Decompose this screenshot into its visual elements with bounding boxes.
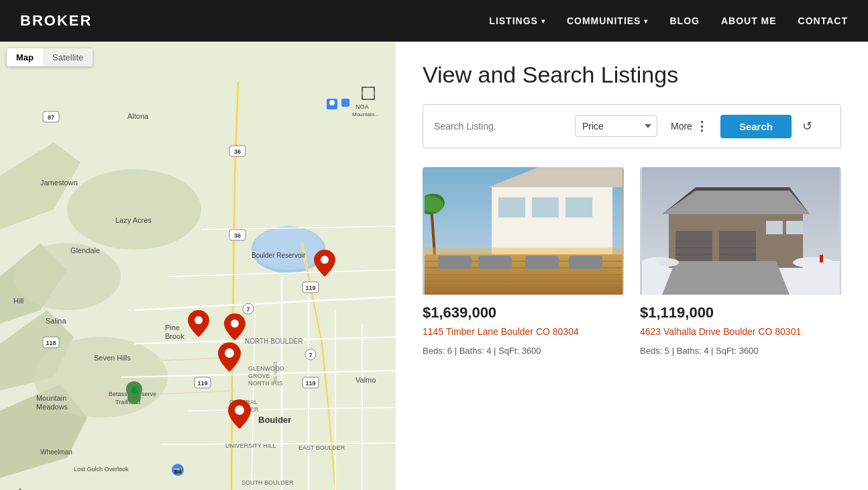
svg-rect-129 (766, 221, 783, 234)
more-dots-icon: ⋮ (696, 119, 707, 134)
main-layout: Map Satellite (0, 42, 868, 490)
svg-text:Altona: Altona (127, 112, 149, 120)
svg-text:36: 36 (234, 148, 241, 155)
svg-text:Mountain: Mountain (36, 394, 66, 402)
listing-info: $1,639,000 1145 Timber Lane Boulder CO 8… (423, 295, 624, 362)
listing-info: $1,119,000 4623 Valhalla Drive Boulder C… (640, 295, 841, 362)
listing-price: $1,639,000 (423, 304, 624, 322)
svg-point-87 (321, 256, 329, 264)
search-button[interactable]: Search (720, 115, 792, 138)
svg-text:Glendale: Glendale (70, 246, 100, 254)
listing-address: 4623 Valhalla Drive Boulder CO 80301 (640, 326, 841, 339)
svg-rect-99 (532, 197, 559, 217)
svg-rect-109 (569, 256, 602, 269)
svg-text:87: 87 (48, 114, 54, 121)
page-title: View and Search Listings (423, 62, 841, 88)
svg-text:Valmo: Valmo (356, 376, 376, 384)
chevron-down-icon: ▾ (644, 17, 648, 25)
svg-marker-131 (662, 261, 790, 295)
map-panel: Map Satellite (0, 42, 396, 490)
listing-image (640, 167, 841, 295)
more-button[interactable]: More ⋮ (664, 114, 714, 138)
svg-rect-108 (525, 256, 559, 269)
svg-text:7: 7 (246, 306, 250, 313)
svg-point-133 (793, 257, 833, 268)
svg-rect-100 (565, 197, 592, 217)
svg-text:7: 7 (309, 352, 312, 358)
svg-point-80 (329, 100, 335, 105)
svg-point-6 (67, 169, 201, 250)
listing-details: Beds: 6 | Baths: 4 | SqFt: 3600 (423, 346, 624, 356)
nav-contact[interactable]: CONTACT (798, 15, 848, 26)
reset-button[interactable]: ↺ (798, 116, 816, 136)
svg-text:GROVE: GROVE (248, 373, 270, 379)
listings-grid: $1,639,000 1145 Timber Lane Boulder CO 8… (423, 167, 841, 362)
svg-text:Seven Hills: Seven Hills (94, 354, 131, 362)
nav-communities[interactable]: COMMUNITIES ▾ (567, 15, 649, 26)
listing-card[interactable]: $1,639,000 1145 Timber Lane Boulder CO 8… (423, 167, 624, 362)
svg-text:119: 119 (305, 380, 315, 387)
svg-rect-106 (438, 256, 472, 269)
svg-text:119: 119 (197, 380, 207, 387)
svg-text:📷: 📷 (174, 466, 182, 475)
listing-details: Beds: 5 | Baths: 4 | SqFt: 3600 (640, 346, 841, 356)
map-view-toggle: Map Satellite (7, 48, 93, 66)
svg-rect-81 (341, 99, 349, 107)
logo: BROKER (20, 12, 92, 30)
svg-point-9 (254, 227, 323, 270)
svg-point-89 (231, 320, 239, 328)
nav-blog[interactable]: BLOG (669, 15, 699, 26)
svg-rect-113 (425, 248, 622, 254)
svg-text:Mountain...: Mountain... (352, 111, 379, 117)
right-panel: View and Search Listings Price Under $50… (396, 42, 868, 490)
svg-rect-107 (478, 256, 512, 269)
price-select[interactable]: Price Under $500k $500k-$1M $1M-$2M Over… (575, 115, 657, 137)
listing-price: $1,119,000 (640, 304, 841, 322)
map-svg: 87 36 36 7 119 119 119 7 118 Jamestown L… (0, 42, 396, 490)
svg-text:Lost Gulch Overlook: Lost Gulch Overlook (74, 466, 129, 473)
svg-point-90 (225, 348, 234, 358)
svg-text:Wheelman: Wheelman (40, 448, 72, 456)
svg-text:Jamestown: Jamestown (40, 179, 78, 187)
svg-text:NOA: NOA (356, 103, 369, 110)
svg-text:119: 119 (305, 285, 315, 291)
svg-text:EAST BOULDER: EAST BOULDER (299, 444, 345, 451)
nav: LISTINGS ▾ COMMUNITIES ▾ BLOG ABOUT ME C… (489, 15, 848, 26)
svg-text:198th St: 198th St (272, 361, 278, 382)
nav-listings[interactable]: LISTINGS ▾ (489, 15, 545, 26)
svg-text:NORTH BOULDER: NORTH BOULDER (245, 338, 303, 345)
svg-text:Salina: Salina (46, 317, 66, 325)
nav-about[interactable]: ABOUT ME (721, 15, 777, 26)
listing-address: 1145 Timber Lane Boulder CO 80304 (423, 326, 624, 339)
svg-text:118: 118 (46, 340, 56, 346)
header: BROKER LISTINGS ▾ COMMUNITIES ▾ BLOG ABO… (0, 0, 868, 42)
search-input[interactable] (434, 121, 568, 132)
svg-text:Pine: Pine (165, 324, 180, 332)
svg-text:Boulder Reservoir: Boulder Reservoir (252, 252, 306, 259)
svg-rect-98 (498, 197, 525, 217)
svg-rect-130 (786, 221, 803, 234)
svg-text:Hill: Hill (13, 297, 23, 305)
svg-text:Brook: Brook (165, 332, 184, 340)
svg-point-91 (235, 405, 244, 415)
svg-text:Boulder: Boulder (258, 415, 291, 425)
svg-text:UNIVERSITY HILL: UNIVERSITY HILL (225, 442, 276, 449)
chevron-down-icon: ▾ (541, 17, 545, 25)
svg-text:Meadows: Meadows (36, 403, 68, 411)
svg-text:🌲: 🌲 (129, 384, 140, 394)
svg-text:SOUTH BOULDER: SOUTH BOULDER (241, 479, 294, 486)
satellite-button[interactable]: Satellite (43, 48, 93, 66)
svg-point-5 (13, 243, 121, 310)
map-button[interactable]: Map (7, 48, 43, 66)
listing-image (423, 167, 624, 295)
svg-rect-135 (820, 254, 823, 262)
search-bar: Price Under $500k $500k-$1M $1M-$2M Over… (423, 104, 841, 148)
listing-card[interactable]: $1,119,000 4623 Valhalla Drive Boulder C… (640, 167, 841, 362)
svg-point-134 (659, 258, 679, 266)
svg-text:Lazy Acres: Lazy Acres (115, 216, 152, 224)
svg-text:36: 36 (234, 232, 241, 239)
svg-point-88 (195, 316, 203, 324)
svg-point-136 (819, 251, 823, 255)
